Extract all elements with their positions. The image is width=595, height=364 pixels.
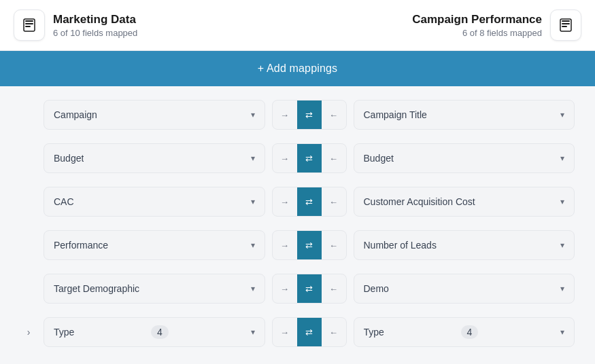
- left-chevron-1: ▾: [251, 110, 255, 120]
- right-field-value-4: Number of Leads: [364, 240, 437, 251]
- arrow-left-btn-5[interactable]: ←: [322, 274, 346, 304]
- notion-icon-left: [14, 10, 45, 41]
- right-field-select-1[interactable]: Campaign Title ▾: [354, 100, 575, 130]
- mapping-row-1: Campaign ▾ → ⇄ ← Campaign Title ▾: [20, 93, 575, 136]
- left-field-select-2[interactable]: Budget ▾: [44, 143, 265, 173]
- left-badge-6: 4: [151, 325, 169, 339]
- right-field-value-1: Campaign Title: [364, 109, 427, 120]
- left-chevron-5: ▾: [251, 284, 255, 293]
- mapping-row-2: Budget ▾ → ⇄ ← Budget ▾: [20, 136, 575, 180]
- arrow-controls-6: → ⇄ ←: [272, 317, 347, 347]
- header-right: Campaign Performance 6 of 8 fields mappe…: [412, 10, 581, 41]
- arrow-controls-3: → ⇄ ←: [272, 187, 347, 217]
- left-field-value-3: CAC: [54, 196, 74, 207]
- right-field-select-4[interactable]: Number of Leads ▾: [354, 230, 575, 260]
- right-field-value-6: Type: [364, 327, 384, 338]
- header-right-text: Campaign Performance 6 of 8 fields mappe…: [412, 13, 542, 38]
- mapping-row-3: CAC ▾ → ⇄ ← Customer Acquisition Cost ▾: [20, 180, 575, 223]
- left-field-select-1[interactable]: Campaign ▾: [44, 100, 265, 130]
- right-chevron-3: ▾: [560, 197, 564, 206]
- right-badge-6: 4: [461, 325, 479, 339]
- arrow-right-btn-5[interactable]: →: [273, 274, 297, 304]
- arrow-right-btn-6[interactable]: →: [273, 317, 297, 347]
- arrow-right-btn-1[interactable]: →: [273, 100, 297, 130]
- right-field-value-5: Demo: [364, 283, 389, 294]
- left-field-select-6[interactable]: Type 4 ▾: [44, 317, 265, 347]
- arrow-controls-4: → ⇄ ←: [272, 230, 347, 260]
- arrow-both-btn-1[interactable]: ⇄: [297, 100, 322, 130]
- left-field-select-3[interactable]: CAC ▾: [44, 187, 265, 217]
- left-field-value-6: Type: [54, 327, 74, 338]
- right-db-subtitle: 6 of 8 fields mapped: [412, 28, 542, 38]
- mapping-row-4: Performance ▾ → ⇄ ← Number of Leads ▾: [20, 223, 575, 267]
- header-left: Marketing Data 6 of 10 fields mapped: [14, 10, 137, 41]
- right-field-value-3: Customer Acquisition Cost: [364, 196, 475, 207]
- arrow-right-btn-2[interactable]: →: [273, 143, 297, 173]
- arrow-left-btn-4[interactable]: ←: [322, 230, 346, 260]
- arrow-left-btn-2[interactable]: ←: [322, 143, 346, 173]
- left-chevron-3: ▾: [251, 197, 255, 206]
- arrow-left-btn-3[interactable]: ←: [322, 187, 346, 217]
- add-mappings-button[interactable]: + Add mappings: [0, 51, 595, 86]
- left-chevron-2: ▾: [251, 153, 255, 163]
- right-field-value-2: Budget: [364, 153, 394, 164]
- right-chevron-5: ▾: [560, 284, 564, 293]
- left-field-value-2: Budget: [54, 153, 84, 164]
- left-field-value-5: Target Demographic: [54, 283, 139, 294]
- left-field-select-5[interactable]: Target Demographic ▾: [44, 274, 265, 304]
- mapping-row-6: › Type 4 ▾ → ⇄ ← Type 4 ▾: [20, 310, 575, 354]
- arrow-controls-5: → ⇄ ←: [272, 274, 347, 304]
- arrow-left-btn-6[interactable]: ←: [322, 317, 346, 347]
- svg-rect-2: [556, 16, 575, 35]
- left-db-title: Marketing Data: [53, 13, 137, 26]
- arrow-right-btn-3[interactable]: →: [273, 187, 297, 217]
- arrow-both-btn-3[interactable]: ⇄: [297, 187, 322, 217]
- right-field-select-5[interactable]: Demo ▾: [354, 274, 575, 304]
- right-chevron-1: ▾: [560, 110, 564, 120]
- arrow-both-btn-5[interactable]: ⇄: [297, 274, 322, 304]
- left-chevron-4: ▾: [251, 240, 255, 250]
- right-field-select-6[interactable]: Type 4 ▾: [354, 317, 575, 347]
- left-chevron-6: ▾: [251, 327, 255, 337]
- arrow-right-btn-4[interactable]: →: [273, 230, 297, 260]
- add-mappings-label: + Add mappings: [258, 62, 337, 75]
- left-field-select-4[interactable]: Performance ▾: [44, 230, 265, 260]
- arrow-controls-2: → ⇄ ←: [272, 143, 347, 173]
- left-field-value-1: Campaign: [54, 109, 97, 120]
- right-chevron-2: ▾: [560, 153, 564, 163]
- arrow-controls-1: → ⇄ ←: [272, 100, 347, 130]
- left-db-subtitle: 6 of 10 fields mapped: [53, 28, 137, 38]
- mappings-container: Campaign ▾ → ⇄ ← Campaign Title ▾ Budget…: [0, 86, 595, 361]
- left-field-value-4: Performance: [54, 240, 108, 251]
- header-left-text: Marketing Data 6 of 10 fields mapped: [53, 13, 137, 38]
- right-chevron-6: ▾: [560, 327, 564, 337]
- arrow-left-btn-1[interactable]: ←: [322, 100, 346, 130]
- right-field-select-2[interactable]: Budget ▾: [354, 143, 575, 173]
- right-chevron-4: ▾: [560, 240, 564, 250]
- arrow-both-btn-4[interactable]: ⇄: [297, 230, 322, 260]
- mapping-row-5: Target Demographic ▾ → ⇄ ← Demo ▾: [20, 267, 575, 310]
- right-field-select-3[interactable]: Customer Acquisition Cost ▾: [354, 187, 575, 217]
- collapse-arrow-6[interactable]: ›: [20, 324, 37, 340]
- header: Marketing Data 6 of 10 fields mapped Cam…: [0, 0, 595, 51]
- right-db-title: Campaign Performance: [412, 13, 542, 26]
- notion-icon-right: [550, 10, 581, 41]
- arrow-both-btn-6[interactable]: ⇄: [297, 317, 322, 347]
- arrow-both-btn-2[interactable]: ⇄: [297, 143, 322, 173]
